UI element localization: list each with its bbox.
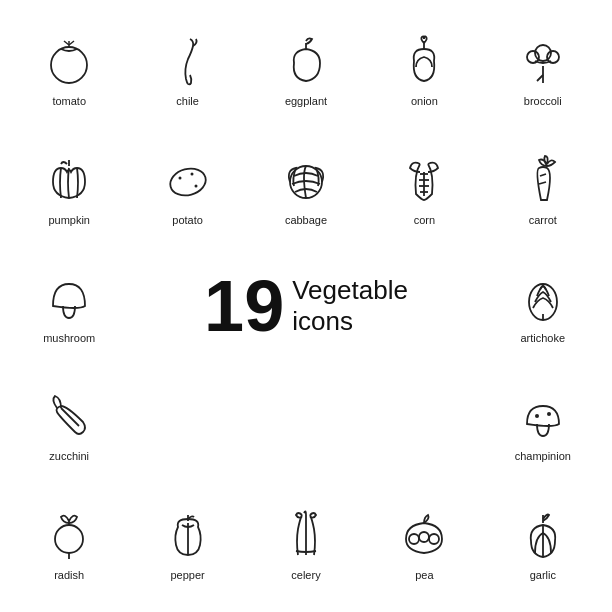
eggplant-cell: eggplant [247, 10, 365, 128]
onion-cell: onion [365, 10, 483, 128]
zucchini-label: zucchini [49, 450, 89, 462]
pea-icon [394, 505, 454, 565]
artichoke-label: artichoke [520, 332, 565, 344]
potato-icon [158, 150, 218, 210]
svg-point-10 [167, 164, 209, 198]
artichoke-cell: artichoke [484, 247, 602, 365]
cabbage-label: cabbage [285, 214, 327, 226]
svg-point-11 [178, 176, 181, 179]
corn-label: corn [414, 214, 435, 226]
broccoli-cell: broccoli [484, 10, 602, 128]
svg-point-33 [429, 534, 439, 544]
potato-label: potato [172, 214, 203, 226]
champinion-cell: champinion [484, 365, 602, 483]
champinion-label: champinion [515, 450, 571, 462]
corn-cell: corn [365, 128, 483, 246]
artichoke-icon [513, 268, 573, 328]
garlic-cell: garlic [484, 484, 602, 602]
celery-icon [276, 505, 336, 565]
zucchini-cell: zucchini [10, 365, 128, 483]
carrot-label: carrot [529, 214, 557, 226]
svg-point-3 [51, 47, 87, 83]
cabbage-cell: cabbage [247, 128, 365, 246]
pea-label: pea [415, 569, 433, 581]
mushroom-label: mushroom [43, 332, 95, 344]
svg-point-32 [419, 532, 429, 542]
radish-cell: radish [10, 484, 128, 602]
svg-point-26 [547, 412, 551, 416]
pepper-icon [158, 505, 218, 565]
title-cell: 19 Vegetableicons [128, 247, 483, 365]
radish-label: radish [54, 569, 84, 581]
onion-icon [394, 31, 454, 91]
onion-label: onion [411, 95, 438, 107]
svg-point-12 [190, 172, 193, 175]
eggplant-icon [276, 31, 336, 91]
svg-point-31 [409, 534, 419, 544]
garlic-icon [513, 505, 573, 565]
cabbage-icon [276, 150, 336, 210]
garlic-label: garlic [530, 569, 556, 581]
pumpkin-cell: pumpkin [10, 128, 128, 246]
pea-cell: pea [365, 484, 483, 602]
mushroom-cell: mushroom [10, 247, 128, 365]
svg-point-27 [55, 525, 83, 553]
svg-line-20 [540, 174, 546, 176]
pumpkin-label: pumpkin [48, 214, 90, 226]
carrot-cell: carrot [484, 128, 602, 246]
chile-cell: chile [128, 10, 246, 128]
svg-point-13 [194, 184, 197, 187]
potato-cell: potato [128, 128, 246, 246]
eggplant-label: eggplant [285, 95, 327, 107]
empty-r4c3 [247, 365, 365, 483]
pepper-cell: pepper [128, 484, 246, 602]
svg-point-25 [535, 414, 539, 418]
broccoli-icon [513, 31, 573, 91]
celery-cell: celery [247, 484, 365, 602]
chile-icon [158, 31, 218, 91]
tomato-cell: tomato [10, 10, 128, 128]
empty-r4c4 [365, 365, 483, 483]
champinion-icon [513, 386, 573, 446]
chile-label: chile [176, 95, 199, 107]
corn-icon [394, 150, 454, 210]
carrot-icon [513, 150, 573, 210]
tomato-icon [39, 31, 99, 91]
mushroom-icon [39, 268, 99, 328]
pumpkin-icon [39, 150, 99, 210]
tomato-label: tomato [52, 95, 86, 107]
big-number: 19 [204, 270, 284, 342]
celery-label: celery [291, 569, 320, 581]
radish-icon [39, 505, 99, 565]
broccoli-label: broccoli [524, 95, 562, 107]
subtitle-text: Vegetableicons [292, 275, 408, 337]
svg-line-21 [539, 182, 546, 184]
pepper-label: pepper [170, 569, 204, 581]
zucchini-icon [39, 386, 99, 446]
empty-r4c2 [128, 365, 246, 483]
